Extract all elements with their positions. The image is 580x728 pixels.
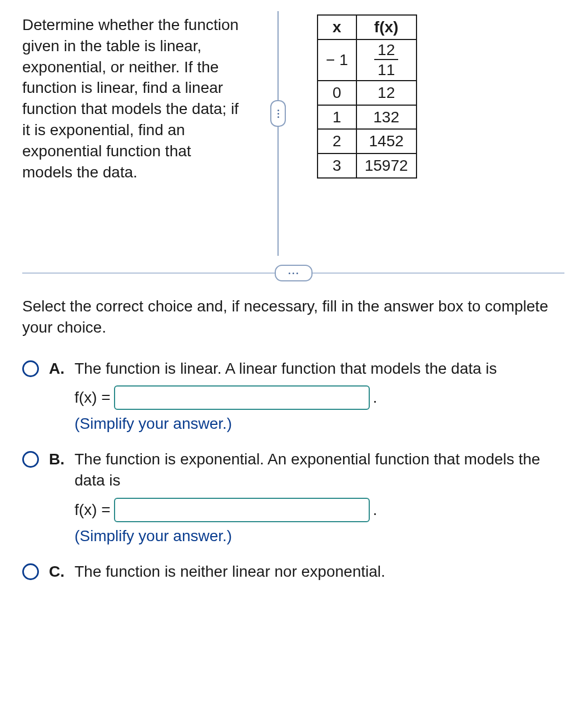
page-root: Determine whether the function given in … — [0, 0, 580, 630]
choice-C: C. The function is neither linear nor ex… — [22, 561, 564, 582]
fraction-den: 11 — [374, 59, 398, 79]
horizontal-divider — [22, 273, 564, 274]
cell-x: − 1 — [318, 39, 356, 81]
data-table: x f(x) − 1 12 11 0 12 — [317, 14, 417, 179]
choice-A: A. The function is linear. A linear func… — [22, 358, 564, 435]
fx-label: f(x) = — [75, 499, 111, 521]
splitter-handle-vertical[interactable] — [270, 100, 286, 127]
radio-C[interactable] — [22, 563, 39, 580]
cell-fx: 12 — [356, 81, 417, 105]
cell-x: 1 — [318, 105, 356, 130]
table-header-x: x — [318, 15, 356, 39]
choice-text: The function is exponential. An exponent… — [75, 449, 564, 491]
answer-input-B[interactable] — [114, 498, 370, 522]
choice-letter: B. — [49, 449, 75, 470]
sub-prompt: Select the correct choice and, if necess… — [22, 296, 564, 338]
splitter-handle-horizontal[interactable] — [275, 265, 313, 281]
choice-body: The function is linear. A linear functio… — [75, 358, 564, 435]
fx-label: f(x) = — [75, 387, 111, 408]
table-row: 3 15972 — [318, 153, 417, 178]
cell-fx: 132 — [356, 105, 417, 130]
question-prompt: Determine whether the function given in … — [22, 11, 245, 182]
table-header-row: x f(x) — [318, 15, 417, 39]
radio-A[interactable] — [22, 360, 39, 377]
cell-x: 0 — [318, 81, 356, 105]
table-row: − 1 12 11 — [318, 39, 417, 81]
table-row: 0 12 — [318, 81, 417, 105]
simplify-hint: (Simplify your answer.) — [75, 413, 564, 434]
answer-input-A[interactable] — [114, 385, 370, 410]
answer-line: f(x) = . — [75, 498, 564, 522]
cell-fx: 12 11 — [356, 39, 417, 81]
radio-B[interactable] — [22, 451, 39, 468]
table-row: 1 132 — [318, 105, 417, 130]
table-header-fx: f(x) — [356, 15, 417, 39]
cell-x: 3 — [318, 153, 356, 178]
vertical-divider — [245, 11, 311, 256]
top-area: Determine whether the function given in … — [22, 11, 564, 256]
choice-B: B. The function is exponential. An expon… — [22, 449, 564, 546]
data-table-wrap: x f(x) − 1 12 11 0 12 — [311, 11, 564, 179]
choice-text: The function is neither linear nor expon… — [75, 561, 564, 582]
answer-line: f(x) = . — [75, 385, 564, 410]
choice-body: The function is neither linear nor expon… — [75, 561, 564, 582]
simplify-hint: (Simplify your answer.) — [75, 526, 564, 547]
fraction-num: 12 — [374, 41, 398, 59]
choice-text: The function is linear. A linear functio… — [75, 358, 564, 379]
cell-x: 2 — [318, 129, 356, 153]
choice-letter: A. — [49, 358, 75, 379]
choice-letter: C. — [49, 561, 75, 582]
cell-fx: 15972 — [356, 153, 417, 178]
period: . — [373, 499, 378, 521]
period: . — [373, 387, 378, 408]
choice-body: The function is exponential. An exponent… — [75, 449, 564, 546]
cell-fx: 1452 — [356, 129, 417, 153]
table-row: 2 1452 — [318, 129, 417, 153]
fraction: 12 11 — [374, 41, 398, 79]
